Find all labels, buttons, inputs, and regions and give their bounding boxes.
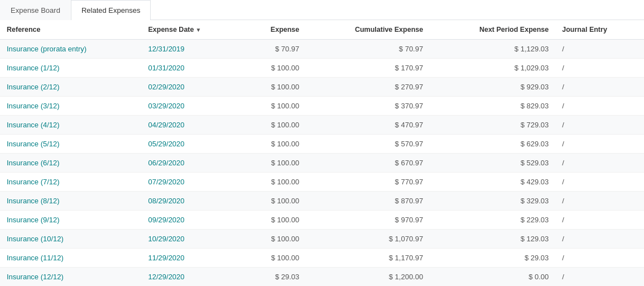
- cell-next-period-expense: $ 1,029.03: [430, 59, 555, 78]
- cell-journal-entry[interactable]: /: [555, 59, 644, 78]
- cell-reference[interactable]: Insurance (12/12): [0, 268, 141, 287]
- cell-next-period-expense: $ 429.03: [430, 173, 555, 192]
- cell-expense-date: 10/29/2020: [141, 230, 242, 249]
- cell-next-period-expense: $ 629.03: [430, 135, 555, 154]
- cell-reference[interactable]: Insurance (11/12): [0, 249, 141, 268]
- cell-reference[interactable]: Insurance (7/12): [0, 173, 141, 192]
- cell-expense: $ 29.03: [242, 268, 306, 287]
- cell-expense-date: 07/29/2020: [141, 173, 242, 192]
- tab-expense-board[interactable]: Expense Board: [0, 0, 71, 20]
- col-header-cumulative_expense: Cumulative Expense: [306, 20, 430, 40]
- cell-cumulative-expense: $ 670.97: [306, 154, 430, 173]
- cell-cumulative-expense: $ 1,170.97: [306, 249, 430, 268]
- col-header-expense_date[interactable]: Expense Date▼: [141, 20, 242, 40]
- cell-reference[interactable]: Insurance (prorata entry): [0, 40, 141, 59]
- cell-cumulative-expense: $ 1,200.00: [306, 268, 430, 287]
- cell-reference[interactable]: Insurance (4/12): [0, 116, 141, 135]
- cell-expense: $ 100.00: [242, 59, 306, 78]
- cell-next-period-expense: $ 229.03: [430, 211, 555, 230]
- cell-journal-entry[interactable]: /: [555, 192, 644, 211]
- cell-next-period-expense: $ 129.03: [430, 230, 555, 249]
- cell-journal-entry[interactable]: /: [555, 116, 644, 135]
- table-row: Insurance (7/12)07/29/2020$ 100.00$ 770.…: [0, 173, 644, 192]
- cell-expense: $ 70.97: [242, 40, 306, 59]
- cell-cumulative-expense: $ 470.97: [306, 116, 430, 135]
- table-row: Insurance (9/12)09/29/2020$ 100.00$ 970.…: [0, 211, 644, 230]
- cell-cumulative-expense: $ 170.97: [306, 59, 430, 78]
- cell-next-period-expense: $ 329.03: [430, 192, 555, 211]
- tab-related-expenses[interactable]: Related Expenses: [71, 0, 151, 20]
- table-container: ReferenceExpense Date▼ExpenseCumulative …: [0, 20, 644, 286]
- table-row: Insurance (4/12)04/29/2020$ 100.00$ 470.…: [0, 116, 644, 135]
- cell-expense: $ 100.00: [242, 154, 306, 173]
- cell-reference[interactable]: Insurance (6/12): [0, 154, 141, 173]
- cell-expense: $ 100.00: [242, 211, 306, 230]
- cell-journal-entry[interactable]: /: [555, 135, 644, 154]
- cell-cumulative-expense: $ 1,070.97: [306, 230, 430, 249]
- cell-journal-entry[interactable]: /: [555, 230, 644, 249]
- cell-expense: $ 100.00: [242, 97, 306, 116]
- table-row: Insurance (10/12)10/29/2020$ 100.00$ 1,0…: [0, 230, 644, 249]
- cell-reference[interactable]: Insurance (2/12): [0, 78, 141, 97]
- tabs-container: Expense BoardRelated Expenses: [0, 0, 644, 20]
- cell-expense: $ 100.00: [242, 249, 306, 268]
- table-row: Insurance (prorata entry)12/31/2019$ 70.…: [0, 40, 644, 59]
- cell-expense-date: 08/29/2020: [141, 192, 242, 211]
- table-row: Insurance (11/12)11/29/2020$ 100.00$ 1,1…: [0, 249, 644, 268]
- cell-reference[interactable]: Insurance (10/12): [0, 230, 141, 249]
- cell-next-period-expense: $ 829.03: [430, 97, 555, 116]
- cell-reference[interactable]: Insurance (8/12): [0, 192, 141, 211]
- table-row: Insurance (6/12)06/29/2020$ 100.00$ 670.…: [0, 154, 644, 173]
- cell-cumulative-expense: $ 770.97: [306, 173, 430, 192]
- cell-cumulative-expense: $ 270.97: [306, 78, 430, 97]
- cell-expense: $ 100.00: [242, 230, 306, 249]
- cell-next-period-expense: $ 1,129.03: [430, 40, 555, 59]
- col-header-expense: Expense: [242, 20, 306, 40]
- table-row: Insurance (5/12)05/29/2020$ 100.00$ 570.…: [0, 135, 644, 154]
- cell-reference[interactable]: Insurance (1/12): [0, 59, 141, 78]
- cell-cumulative-expense: $ 370.97: [306, 97, 430, 116]
- cell-expense-date: 05/29/2020: [141, 135, 242, 154]
- cell-expense-date: 09/29/2020: [141, 211, 242, 230]
- cell-journal-entry[interactable]: /: [555, 154, 644, 173]
- table-row: Insurance (8/12)08/29/2020$ 100.00$ 870.…: [0, 192, 644, 211]
- cell-expense-date: 11/29/2020: [141, 249, 242, 268]
- cell-cumulative-expense: $ 970.97: [306, 211, 430, 230]
- table-row: Insurance (2/12)02/29/2020$ 100.00$ 270.…: [0, 78, 644, 97]
- sort-arrow-expense_date: ▼: [195, 27, 201, 33]
- cell-expense-date: 12/29/2020: [141, 268, 242, 287]
- cell-journal-entry[interactable]: /: [555, 268, 644, 287]
- cell-next-period-expense: $ 0.00: [430, 268, 555, 287]
- cell-journal-entry[interactable]: /: [555, 40, 644, 59]
- cell-expense: $ 100.00: [242, 135, 306, 154]
- cell-reference[interactable]: Insurance (5/12): [0, 135, 141, 154]
- cell-expense-date: 06/29/2020: [141, 154, 242, 173]
- col-header-journal_entry: Journal Entry: [555, 20, 644, 40]
- cell-cumulative-expense: $ 570.97: [306, 135, 430, 154]
- cell-expense: $ 100.00: [242, 173, 306, 192]
- table-row: Insurance (12/12)12/29/2020$ 29.03$ 1,20…: [0, 268, 644, 287]
- cell-journal-entry[interactable]: /: [555, 78, 644, 97]
- cell-journal-entry[interactable]: /: [555, 211, 644, 230]
- cell-cumulative-expense: $ 70.97: [306, 40, 430, 59]
- cell-expense: $ 100.00: [242, 116, 306, 135]
- cell-expense-date: 12/31/2019: [141, 40, 242, 59]
- cell-reference[interactable]: Insurance (3/12): [0, 97, 141, 116]
- cell-cumulative-expense: $ 870.97: [306, 192, 430, 211]
- table-row: Insurance (3/12)03/29/2020$ 100.00$ 370.…: [0, 97, 644, 116]
- cell-expense-date: 04/29/2020: [141, 116, 242, 135]
- cell-expense-date: 01/31/2020: [141, 59, 242, 78]
- cell-reference[interactable]: Insurance (9/12): [0, 211, 141, 230]
- cell-expense: $ 100.00: [242, 78, 306, 97]
- cell-next-period-expense: $ 29.03: [430, 249, 555, 268]
- cell-journal-entry[interactable]: /: [555, 173, 644, 192]
- cell-journal-entry[interactable]: /: [555, 249, 644, 268]
- cell-next-period-expense: $ 929.03: [430, 78, 555, 97]
- col-header-reference: Reference: [0, 20, 141, 40]
- cell-expense-date: 03/29/2020: [141, 97, 242, 116]
- table-row: Insurance (1/12)01/31/2020$ 100.00$ 170.…: [0, 59, 644, 78]
- cell-journal-entry[interactable]: /: [555, 97, 644, 116]
- cell-next-period-expense: $ 529.03: [430, 154, 555, 173]
- cell-expense: $ 100.00: [242, 192, 306, 211]
- cell-expense-date: 02/29/2020: [141, 78, 242, 97]
